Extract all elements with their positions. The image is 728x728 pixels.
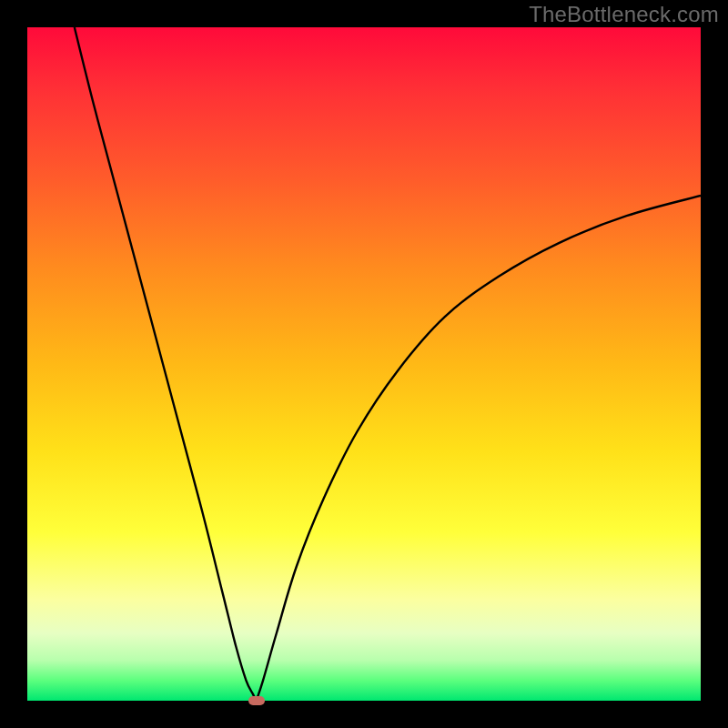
- curve-right-branch: [257, 196, 701, 701]
- plot-area: [27, 27, 701, 701]
- watermark-label: TheBottleneck.com: [529, 2, 719, 27]
- curve-svg: [27, 27, 701, 701]
- minimum-marker: [248, 696, 265, 705]
- curve-left-branch: [75, 27, 257, 701]
- chart-frame: TheBottleneck.com: [0, 0, 728, 728]
